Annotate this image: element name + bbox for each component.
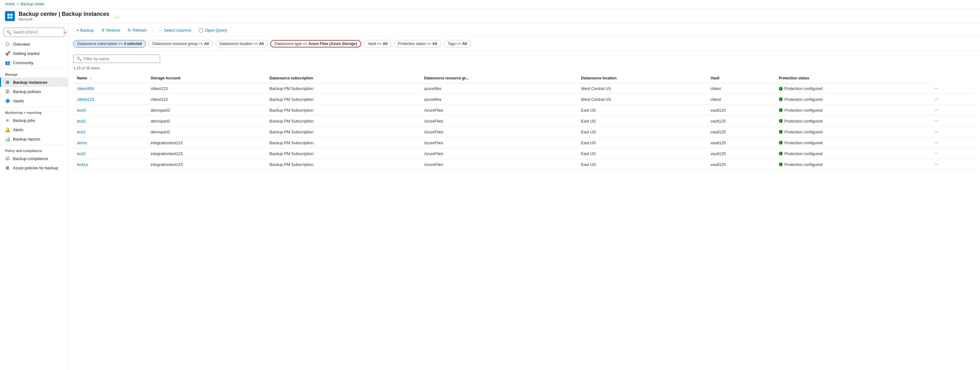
filter-datasource-resource-group[interactable]: Datasource resource group == All [148, 40, 213, 48]
filter-datasource-subscription[interactable]: Datasource subscription == 4 selected [73, 40, 146, 48]
row-actions-cell[interactable]: ··· [929, 137, 975, 148]
restore-button[interactable]: ↺ Restore [98, 26, 124, 34]
cell-subscription: Backup PM Subscription [266, 105, 420, 116]
select-columns-icon: → [158, 28, 162, 33]
row-actions-cell[interactable]: ··· [929, 83, 975, 94]
filter-label: Datasource subscription == [77, 41, 123, 46]
sidebar-item-backup-instances[interactable]: ⊞ Backup instances [0, 78, 68, 87]
open-query-button[interactable]: ◯ Open Query [196, 26, 230, 34]
cell-storage-account: integrationtest123 [147, 137, 266, 148]
sidebar-item-label: Azure policies for backup [13, 166, 58, 170]
more-options-button[interactable]: ... [113, 12, 121, 20]
cell-location: East US [577, 137, 706, 148]
row-actions-cell[interactable]: ··· [929, 116, 975, 127]
row-actions-cell[interactable]: ··· [929, 127, 975, 137]
table-row: test3 demopart2 Backup PM Subscription A… [73, 105, 975, 116]
cell-location: East US [577, 159, 706, 170]
backup-instances-icon: ⊞ [5, 80, 10, 85]
row-more-button[interactable]: ··· [933, 118, 940, 124]
col-protection-status[interactable]: Protection status [775, 73, 929, 83]
table-row: test2 integrationtest123 Backup PM Subsc… [73, 148, 975, 159]
col-vault[interactable]: Vault [707, 73, 775, 83]
sidebar-item-label: Backup jobs [13, 118, 35, 123]
filter-tags[interactable]: Tags == All [444, 40, 471, 48]
breadcrumb-home[interactable]: Home [5, 2, 15, 6]
sidebar-item-getting-started[interactable]: 🚀 Getting started [0, 49, 68, 58]
filter-bar: Datasource subscription == 4 selected Da… [68, 37, 980, 51]
row-more-button[interactable]: ··· [933, 161, 940, 167]
name-filter-input[interactable] [83, 56, 157, 61]
item-count: 1-15 of 36 items [73, 66, 975, 70]
collapse-button[interactable]: « [62, 29, 68, 35]
sidebar-item-community[interactable]: 👥 Community [0, 58, 68, 67]
sidebar-item-backup-compliance[interactable]: ☑ Backup compliance [0, 154, 68, 163]
backup-policies-icon: ☰ [5, 89, 10, 94]
sidebar-item-azure-policies[interactable]: ⊞ Azure policies for backup [0, 163, 68, 172]
col-datasource-subscription[interactable]: Datasource subscription [266, 73, 420, 83]
filter-label: Tags == [448, 41, 461, 46]
svg-rect-1 [10, 14, 13, 16]
filter-datasource-location[interactable]: Datasource location == All [215, 40, 268, 48]
status-icon [779, 97, 783, 101]
cell-resource-group: AzureFiles [420, 148, 578, 159]
cell-storage-account: integrationtest123 [147, 159, 266, 170]
azure-policies-icon: ⊞ [5, 165, 10, 170]
backup-button[interactable]: + Backup [73, 26, 97, 34]
content-area: 🔍 1-15 of 36 items Name ↑↓ Storage Accou… [68, 51, 980, 370]
col-datasource-location[interactable]: Datasource location [577, 73, 706, 83]
filter-vault[interactable]: Vault == All [364, 40, 391, 48]
name-filter-container[interactable]: 🔍 [73, 55, 160, 63]
row-more-button[interactable]: ··· [933, 129, 940, 135]
cell-resource-group: azurefiles [420, 94, 578, 105]
app-body: 🔍 « ⬡ Overview 🚀 Getting started 👥 Commu… [0, 24, 980, 370]
col-storage-account[interactable]: Storage Account [147, 73, 266, 83]
col-name[interactable]: Name ↑↓ [73, 73, 147, 83]
cell-storage-account: demopart2 [147, 116, 266, 127]
sidebar-item-overview[interactable]: ⬡ Overview [0, 40, 68, 49]
filter-label: Datasource resource group == [153, 41, 203, 46]
refresh-button[interactable]: ↻ Refresh [125, 26, 150, 34]
row-more-button[interactable]: ··· [933, 96, 940, 102]
row-more-button[interactable]: ··· [933, 107, 940, 113]
sidebar-item-backup-policies[interactable]: ☰ Backup policies [0, 87, 68, 96]
filter-label: Datasource type == [275, 41, 307, 46]
row-actions-cell[interactable]: ··· [929, 159, 975, 170]
table-row: clitest123 clitest123 Backup PM Subscrip… [73, 94, 975, 105]
sidebar-item-backup-reports[interactable]: 📊 Backup reports [0, 134, 68, 144]
row-actions-cell[interactable]: ··· [929, 94, 975, 105]
sidebar-item-label: Backup instances [13, 80, 48, 85]
table-row: test2 demopart2 Backup PM Subscription A… [73, 116, 975, 127]
select-columns-button[interactable]: → Select columns [155, 26, 194, 34]
cell-resource-group: AzureFiles [420, 137, 578, 148]
row-actions-cell[interactable]: ··· [929, 148, 975, 159]
search-icon: 🔍 [6, 30, 11, 35]
cell-vault: vault125 [707, 148, 775, 159]
vaults-icon: 🔷 [5, 98, 10, 103]
row-more-button[interactable]: ··· [933, 85, 940, 92]
filter-datasource-type[interactable]: Datasource type == Azure Files (Azure St… [270, 40, 361, 48]
row-more-button[interactable]: ··· [933, 139, 940, 146]
search-input[interactable] [13, 30, 60, 35]
filter-protection-status[interactable]: Protection status == All [394, 40, 441, 48]
sidebar-search-container[interactable]: 🔍 « [4, 28, 64, 37]
sidebar-item-label: Backup policies [13, 89, 41, 94]
cell-location: East US [577, 127, 706, 137]
status-icon [779, 162, 783, 166]
status-icon [779, 141, 783, 145]
backup-instances-table: Name ↑↓ Storage Account Datasource subsc… [73, 73, 975, 170]
col-datasource-resource-group[interactable]: Datasource resource gr... [420, 73, 578, 83]
sidebar-divider-policy [0, 145, 68, 145]
page-header: Backup center | Backup instances Microso… [0, 8, 980, 24]
row-more-button[interactable]: ··· [933, 150, 940, 157]
restore-icon: ↺ [101, 28, 105, 33]
row-actions-cell[interactable]: ··· [929, 105, 975, 116]
sort-icon: ↑↓ [89, 76, 92, 80]
sidebar-item-vaults[interactable]: 🔷 Vaults [0, 96, 68, 105]
cell-status: Protection configured [775, 116, 929, 127]
sidebar-item-backup-jobs[interactable]: ≡ Backup jobs [0, 116, 68, 125]
cell-location: West Central US [577, 83, 706, 94]
sidebar-item-alerts[interactable]: 🔔 Alerts [0, 125, 68, 134]
cell-status: Protection configured [775, 159, 929, 170]
backup-center-icon [7, 13, 13, 19]
breadcrumb-current[interactable]: Backup center [21, 2, 45, 6]
